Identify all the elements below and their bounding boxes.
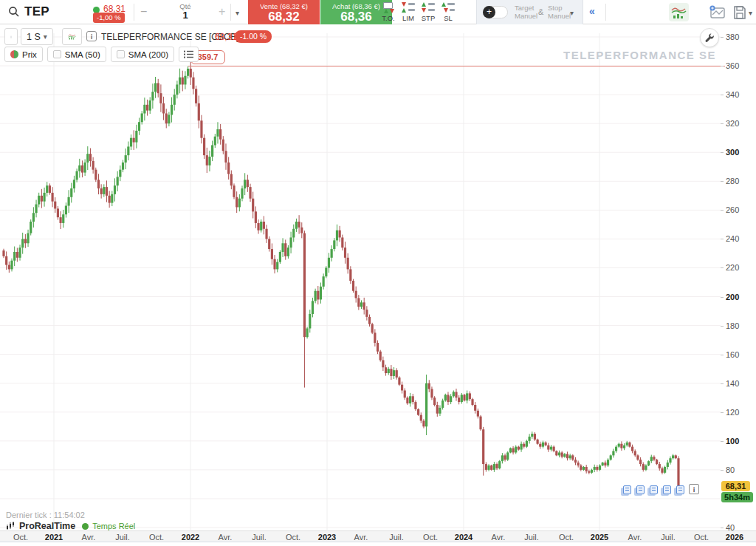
time-axis[interactable]: Oct.2021Avr.Juil.Oct.2022Avr.Juil.Oct.20… (0, 530, 756, 542)
target-stop-chevron-icon[interactable]: ▾ (570, 9, 574, 17)
chevron-down-icon: ▾ (44, 33, 47, 41)
realtime-dot (82, 523, 89, 530)
candle-body (211, 145, 213, 157)
candle-body (439, 408, 441, 414)
chart-style-icon (68, 30, 76, 43)
candle-body (371, 324, 374, 333)
news-marker-icon[interactable] (650, 485, 659, 496)
candle-body (583, 467, 585, 470)
qty-decrease-button[interactable]: − (140, 5, 147, 18)
news-marker-icon[interactable] (663, 485, 673, 496)
x-axis-label: Oct. (559, 533, 574, 542)
candle-body (425, 383, 427, 427)
candle-body (490, 465, 492, 470)
markers-info-icon[interactable]: i (689, 484, 699, 494)
y-axis-label: 200 (726, 293, 751, 301)
candle-body (16, 252, 18, 258)
candle-body (111, 194, 113, 203)
checkbox-icon (53, 50, 61, 58)
symbol-change-badge: -1,00 % (93, 13, 125, 23)
instrument-info-icon[interactable]: i (86, 31, 97, 41)
screenshot-button[interactable] (707, 3, 727, 21)
chart-style-button[interactable] (62, 28, 82, 45)
collapse-panel-button[interactable]: « (589, 5, 595, 17)
order-type-lim-button[interactable]: LIM (397, 2, 419, 22)
price-series-button[interactable]: Prix (4, 47, 43, 62)
x-axis-label: 2024 (455, 533, 472, 542)
sma50-checkbox[interactable]: SMA (50) (47, 47, 106, 62)
candle-body (51, 193, 53, 202)
news-marker-icon[interactable] (623, 485, 633, 496)
y-axis-label: 260 (726, 205, 751, 214)
candle-body (620, 444, 622, 448)
order-type-stp-button[interactable]: STP (417, 2, 439, 22)
candle-body (281, 243, 284, 252)
news-marker-icon[interactable] (636, 485, 646, 496)
candle-body (35, 205, 37, 214)
candle-body (171, 105, 173, 115)
search-icon[interactable] (8, 6, 20, 18)
candle-body (168, 115, 170, 123)
instrument-watermark: TELEPERFORMANCE SE (563, 49, 716, 61)
chart-settings-button[interactable] (700, 28, 719, 47)
candle-body (433, 397, 436, 405)
candle-body (127, 146, 129, 155)
candle-body (667, 463, 669, 467)
candle-body (390, 369, 392, 376)
candle-body (580, 465, 582, 470)
save-dropdown-chevron-icon[interactable]: ▾ (749, 9, 752, 17)
candle-body (618, 444, 620, 447)
x-axis-label: Avr. (82, 533, 96, 542)
news-marker-icon[interactable] (676, 485, 686, 496)
chart-change-badge: -1.00 % (235, 30, 272, 43)
alert-price-line[interactable] (188, 66, 725, 66)
chart-view-button[interactable] (669, 3, 689, 21)
candle-body (298, 222, 300, 228)
candle-body (208, 157, 210, 165)
candle-body (398, 378, 400, 385)
candle-body (151, 92, 154, 100)
candle-body (347, 258, 349, 270)
y-axis-label: 220 (726, 263, 751, 272)
last-tick-time: Dernier tick : 11:54:02 (6, 511, 85, 519)
symbol-search-input[interactable]: TEP (24, 4, 49, 19)
candle-body (49, 185, 51, 193)
candle-body (675, 455, 677, 458)
qty-input[interactable]: 1 (174, 10, 196, 21)
candle-body (639, 460, 642, 464)
qty-dropdown-chevron-icon[interactable]: ▾ (236, 9, 239, 17)
candle-body (224, 151, 227, 163)
save-button[interactable] (729, 3, 749, 21)
y-axis-label: 320 (726, 119, 751, 128)
indicator-list-button[interactable] (179, 47, 199, 62)
sma200-checkbox[interactable]: SMA (200) (111, 47, 174, 62)
x-axis-label: 2023 (318, 533, 336, 542)
candle-body (404, 390, 406, 397)
candle-body (450, 396, 452, 402)
checkbox-icon (117, 50, 125, 58)
qty-increase-button[interactable]: + (219, 5, 225, 18)
timeframe-dropdown[interactable]: 1 S ▾ (21, 28, 53, 45)
candle-body (393, 370, 395, 376)
prorealtime-logo-icon (6, 522, 16, 531)
order-type-to-button[interactable]: T.O. (377, 2, 399, 22)
x-axis-label: Avr. (492, 533, 506, 542)
candle-body (474, 405, 476, 411)
panel-drag-handle[interactable] (4, 28, 18, 45)
target-stop-toggle[interactable]: + (483, 6, 508, 18)
x-axis-label: Oct. (286, 533, 300, 542)
candle-body (401, 385, 403, 391)
order-type-sl-button[interactable]: SL (437, 2, 459, 22)
candle-body (230, 174, 233, 186)
candle-body (46, 185, 48, 193)
candle-body (396, 370, 398, 378)
candle-body (312, 301, 314, 314)
candle-body (379, 352, 382, 361)
candle-body (349, 269, 351, 281)
candle-body (67, 197, 69, 206)
candlestick-chart[interactable] (0, 24, 721, 530)
candle-body (70, 188, 72, 197)
candle-body (634, 451, 636, 455)
candle-body (453, 392, 455, 396)
sell-button[interactable]: Vente (68,32 €) 68,32 (248, 0, 320, 24)
